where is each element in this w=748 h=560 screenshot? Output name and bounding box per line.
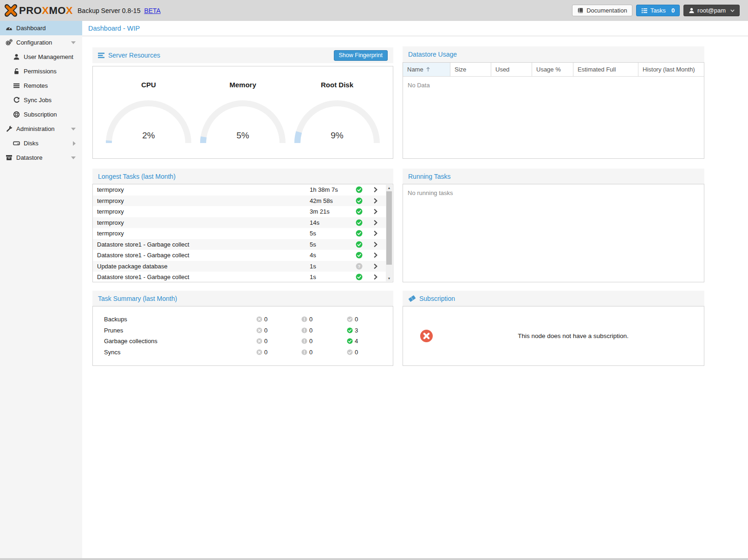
sidebar-item-user-management[interactable]: User Management	[0, 50, 82, 64]
expand-arrow-icon[interactable]	[71, 41, 76, 44]
ok-count[interactable]: 0	[355, 349, 358, 356]
ok-count[interactable]: 4	[355, 338, 358, 345]
error-count[interactable]: 0	[264, 349, 267, 356]
column-header-history-last-month-[interactable]: History (last Month)	[638, 63, 704, 76]
task-row[interactable]: termproxy3m 21s	[93, 206, 386, 217]
expand-arrow-icon[interactable]	[71, 128, 76, 130]
task-row[interactable]: termproxy1h 38m 7s	[93, 184, 386, 195]
check-circle-icon	[356, 241, 363, 248]
longest-tasks-list: termproxy1h 38m 7stermproxy42m 58stermpr…	[93, 184, 386, 282]
summary-row-prunes[interactable]: Prunes003	[93, 325, 393, 336]
task-duration: 1s	[310, 273, 316, 280]
sidebar-item-administration[interactable]: Administration	[0, 122, 82, 136]
task-row[interactable]: Datastore store1 - Garbage collect4s	[93, 250, 386, 261]
title-bar: Dashboard - WIP	[82, 21, 748, 36]
collapse-arrow-icon[interactable]	[73, 141, 76, 146]
summary-row-syncs[interactable]: Syncs000	[93, 347, 393, 358]
column-header-estimated-full[interactable]: Estimated Full	[573, 63, 638, 76]
task-duration: 4s	[310, 252, 316, 259]
task-row[interactable]: termproxy14s	[93, 217, 386, 228]
book-icon	[577, 7, 584, 14]
task-row[interactable]: termproxy42m 58s	[93, 195, 386, 207]
open-task-chevron-icon[interactable]	[372, 186, 379, 193]
sidebar-item-remotes[interactable]: Remotes	[0, 78, 82, 93]
warning-count[interactable]: 0	[309, 338, 312, 345]
task-row[interactable]: Datastore store1 - Garbage collect5s	[93, 239, 386, 250]
task-row[interactable]: Datastore store1 - Garbage collect1s	[93, 272, 386, 282]
sidebar-item-configuration[interactable]: Configuration	[0, 35, 82, 50]
ok-count[interactable]: 3	[355, 327, 358, 334]
column-header-size[interactable]: Size	[450, 63, 491, 76]
subscription-body: This node does not have a subscription.	[403, 306, 704, 366]
task-duration: 14s	[310, 219, 319, 226]
scrollbar[interactable]: ▲ ▼	[386, 185, 392, 281]
scroll-up-arrow[interactable]: ▲	[386, 185, 392, 191]
gauge-label: Memory	[196, 81, 289, 89]
ok-count[interactable]: 0	[355, 316, 358, 323]
check-circle-icon	[356, 230, 363, 237]
open-task-chevron-icon[interactable]	[372, 241, 379, 248]
column-header-usage-[interactable]: Usage %	[532, 63, 573, 76]
show-fingerprint-button[interactable]: Show Fingerprint	[334, 50, 388, 61]
ok-circle-icon	[347, 349, 353, 355]
open-task-chevron-icon[interactable]	[372, 252, 379, 259]
unlock-icon	[13, 68, 20, 75]
summary-row-garbage-collections[interactable]: Garbage collections004	[93, 336, 393, 347]
task-name: Datastore store1 - Garbage collect	[93, 252, 189, 259]
sidebar-item-label: Permissions	[24, 68, 57, 75]
warning-count[interactable]: 0	[309, 316, 312, 323]
sidebar-item-subscription[interactable]: Subscription	[0, 107, 82, 122]
sidebar-item-sync-jobs[interactable]: Sync Jobs	[0, 93, 82, 107]
scrollbar-thumb[interactable]	[386, 191, 392, 265]
question-circle-icon: ?	[356, 263, 363, 270]
open-task-chevron-icon[interactable]	[372, 273, 379, 280]
warning-count[interactable]: 0	[309, 349, 312, 356]
gauge-label: Root Disk	[291, 81, 384, 89]
datastore-usage-body: NameSizeUsedUsage %Estimated FullHistory…	[403, 62, 704, 159]
open-task-chevron-icon[interactable]	[372, 263, 379, 270]
proxmox-logo: PROXMOX	[5, 4, 73, 17]
column-header-used[interactable]: Used	[491, 63, 532, 76]
task-row[interactable]: termproxy5s	[93, 228, 386, 239]
sidebar-item-disks[interactable]: Disks	[0, 136, 82, 150]
task-name: termproxy	[93, 208, 124, 215]
life-ring-icon	[13, 111, 20, 118]
scroll-down-arrow[interactable]: ▼	[386, 275, 392, 281]
running-tasks-body: No running tasks	[403, 184, 704, 282]
column-header-name[interactable]: Name	[403, 63, 450, 76]
error-circle-icon	[256, 316, 262, 322]
check-circle-icon	[356, 273, 363, 280]
open-task-chevron-icon[interactable]	[372, 197, 379, 204]
error-count[interactable]: 0	[264, 327, 267, 334]
task-summary-rows: Backups000Prunes003Garbage collections00…	[93, 306, 393, 358]
tasks-count-badge: 0	[671, 7, 675, 14]
open-task-chevron-icon[interactable]	[372, 230, 379, 237]
sidebar-item-dashboard[interactable]: Dashboard	[0, 21, 82, 35]
summary-row-backups[interactable]: Backups000	[93, 314, 393, 325]
task-name: Update package database	[93, 263, 168, 270]
warning-count[interactable]: 0	[309, 327, 312, 334]
sidebar-item-permissions[interactable]: Permissions	[0, 64, 82, 78]
bars-icon	[98, 52, 105, 59]
gauge-label: CPU	[102, 81, 195, 89]
main-area: Dashboard - WIP Server Resources Show Fi…	[82, 21, 748, 558]
task-summary-title: Task Summary (last Month)	[98, 295, 177, 302]
open-task-chevron-icon[interactable]	[372, 208, 379, 215]
task-name: termproxy	[93, 197, 124, 204]
subscription-message: This node does not have a subscription.	[433, 332, 704, 339]
tasks-button[interactable]: Tasks 0	[636, 5, 680, 16]
error-circle-icon	[256, 349, 262, 355]
error-count[interactable]: 0	[264, 338, 267, 345]
user-menu-button[interactable]: root@pam	[683, 5, 740, 16]
open-task-chevron-icon[interactable]	[372, 219, 379, 226]
sidebar: DashboardConfigurationUser ManagementPer…	[0, 21, 82, 558]
user-icon	[689, 7, 695, 13]
documentation-button[interactable]: Documentation	[572, 5, 632, 16]
expand-arrow-icon[interactable]	[71, 156, 76, 159]
task-name: termproxy	[93, 230, 124, 237]
beta-link[interactable]: BETA	[144, 7, 161, 14]
error-count[interactable]: 0	[264, 316, 267, 323]
task-name: termproxy	[93, 219, 124, 226]
sidebar-item-datastore[interactable]: Datastore	[0, 150, 82, 165]
task-row[interactable]: Update package database1s?	[93, 261, 386, 272]
